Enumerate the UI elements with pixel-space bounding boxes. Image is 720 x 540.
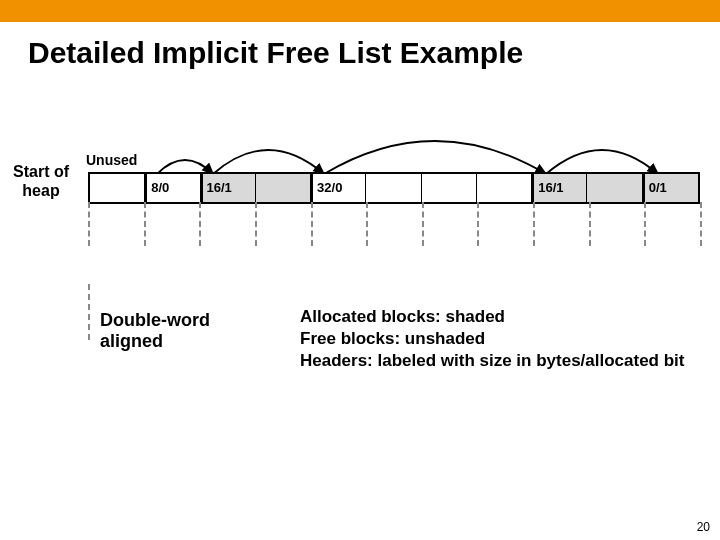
- dw-line1: Double-word aligned: [100, 310, 220, 352]
- heap-row: 8/016/132/016/10/1: [88, 172, 700, 204]
- block-header-3: 32/0: [311, 174, 366, 202]
- alignment-ticks: [88, 202, 700, 246]
- word-tick: [199, 202, 201, 246]
- block-body-cell: [366, 174, 421, 202]
- block-header-4: 16/1: [532, 174, 587, 202]
- heap-diagram: Start of heap Unused 8/016/132/016/10/1: [0, 130, 720, 330]
- block-body-cell: [477, 174, 532, 202]
- word-tick: [700, 202, 702, 246]
- block-body-cell: [422, 174, 477, 202]
- start-of-heap-text: Start of heap: [13, 163, 69, 199]
- start-of-heap-label: Start of heap: [6, 162, 76, 200]
- block-header-5: 0/1: [643, 174, 698, 202]
- legend-free: Free blocks: unshaded: [300, 328, 700, 350]
- header-label: 32/0: [317, 180, 342, 195]
- header-label: 8/0: [151, 180, 169, 195]
- header-label: 16/1: [207, 180, 232, 195]
- legend-right: Allocated blocks: shaded Free blocks: un…: [300, 306, 700, 372]
- header-label: 0/1: [649, 180, 667, 195]
- header-label: 16/1: [538, 180, 563, 195]
- double-word-aligned-label: Double-word aligned: [100, 310, 220, 352]
- word-tick: [255, 202, 257, 246]
- legend-alloc: Allocated blocks: shaded: [300, 306, 700, 328]
- block-body-cell: [587, 174, 642, 202]
- word-tick: [533, 202, 535, 246]
- word-tick: [589, 202, 591, 246]
- block-header-1: 8/0: [145, 174, 200, 202]
- word-tick: [644, 202, 646, 246]
- page-number: 20: [697, 520, 710, 534]
- block-header-2: 16/1: [201, 174, 256, 202]
- word-tick: [477, 202, 479, 246]
- word-tick: [366, 202, 368, 246]
- word-tick: [422, 202, 424, 246]
- page-title: Detailed Implicit Free List Example: [28, 36, 720, 70]
- word-tick: [311, 202, 313, 246]
- block-body-cell: [256, 174, 311, 202]
- word-tick: [88, 202, 90, 246]
- legend-headers: Headers: labeled with size in bytes/allo…: [300, 350, 700, 372]
- double-word-tick: [88, 284, 90, 340]
- unused-label: Unused: [86, 152, 137, 168]
- accent-bar: [0, 0, 720, 22]
- block-header-0: [90, 174, 145, 202]
- word-tick: [144, 202, 146, 246]
